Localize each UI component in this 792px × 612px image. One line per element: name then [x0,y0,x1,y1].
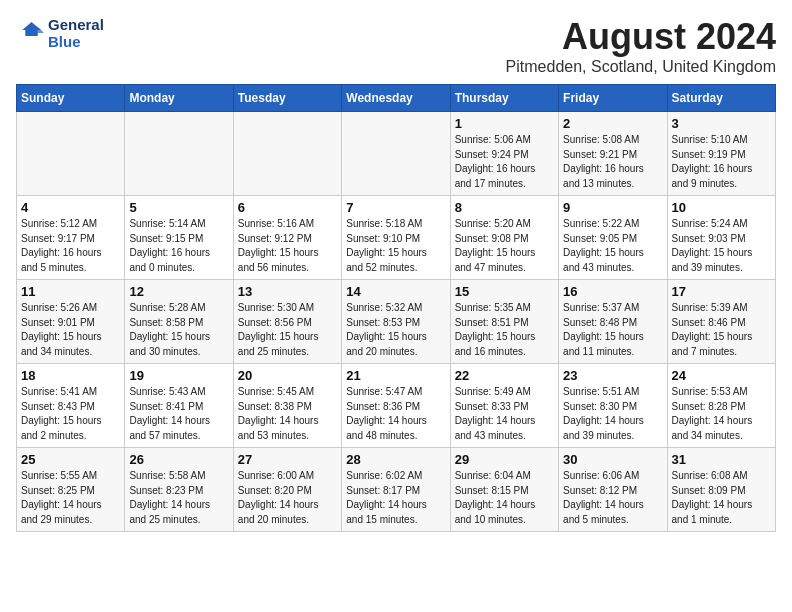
week-row-3: 11Sunrise: 5:26 AMSunset: 9:01 PMDayligh… [17,280,776,364]
day-info: Sunrise: 5:43 AMSunset: 8:41 PMDaylight:… [129,385,228,443]
day-number: 10 [672,200,771,215]
calendar-cell: 26Sunrise: 5:58 AMSunset: 8:23 PMDayligh… [125,448,233,532]
day-info: Sunrise: 5:58 AMSunset: 8:23 PMDaylight:… [129,469,228,527]
calendar-cell [233,112,341,196]
calendar-cell: 22Sunrise: 5:49 AMSunset: 8:33 PMDayligh… [450,364,558,448]
week-row-2: 4Sunrise: 5:12 AMSunset: 9:17 PMDaylight… [17,196,776,280]
weekday-header-friday: Friday [559,85,667,112]
calendar-cell: 3Sunrise: 5:10 AMSunset: 9:19 PMDaylight… [667,112,775,196]
calendar-cell: 11Sunrise: 5:26 AMSunset: 9:01 PMDayligh… [17,280,125,364]
calendar-cell: 27Sunrise: 6:00 AMSunset: 8:20 PMDayligh… [233,448,341,532]
calendar-cell: 17Sunrise: 5:39 AMSunset: 8:46 PMDayligh… [667,280,775,364]
day-number: 29 [455,452,554,467]
day-info: Sunrise: 5:22 AMSunset: 9:05 PMDaylight:… [563,217,662,275]
day-info: Sunrise: 6:00 AMSunset: 8:20 PMDaylight:… [238,469,337,527]
calendar-cell: 29Sunrise: 6:04 AMSunset: 8:15 PMDayligh… [450,448,558,532]
week-row-5: 25Sunrise: 5:55 AMSunset: 8:25 PMDayligh… [17,448,776,532]
day-number: 23 [563,368,662,383]
day-number: 4 [21,200,120,215]
day-number: 3 [672,116,771,131]
day-info: Sunrise: 6:02 AMSunset: 8:17 PMDaylight:… [346,469,445,527]
calendar-cell: 30Sunrise: 6:06 AMSunset: 8:12 PMDayligh… [559,448,667,532]
calendar-cell: 23Sunrise: 5:51 AMSunset: 8:30 PMDayligh… [559,364,667,448]
calendar-cell: 20Sunrise: 5:45 AMSunset: 8:38 PMDayligh… [233,364,341,448]
day-info: Sunrise: 5:24 AMSunset: 9:03 PMDaylight:… [672,217,771,275]
day-number: 19 [129,368,228,383]
day-info: Sunrise: 5:35 AMSunset: 8:51 PMDaylight:… [455,301,554,359]
logo: General Blue [16,16,104,50]
day-number: 27 [238,452,337,467]
day-info: Sunrise: 5:53 AMSunset: 8:28 PMDaylight:… [672,385,771,443]
day-number: 11 [21,284,120,299]
day-info: Sunrise: 5:32 AMSunset: 8:53 PMDaylight:… [346,301,445,359]
day-number: 2 [563,116,662,131]
calendar-cell: 21Sunrise: 5:47 AMSunset: 8:36 PMDayligh… [342,364,450,448]
calendar-cell: 8Sunrise: 5:20 AMSunset: 9:08 PMDaylight… [450,196,558,280]
weekday-header-tuesday: Tuesday [233,85,341,112]
day-info: Sunrise: 5:51 AMSunset: 8:30 PMDaylight:… [563,385,662,443]
weekday-header-monday: Monday [125,85,233,112]
day-info: Sunrise: 5:12 AMSunset: 9:17 PMDaylight:… [21,217,120,275]
calendar-cell: 4Sunrise: 5:12 AMSunset: 9:17 PMDaylight… [17,196,125,280]
main-title: August 2024 [506,16,776,58]
day-info: Sunrise: 5:20 AMSunset: 9:08 PMDaylight:… [455,217,554,275]
day-number: 17 [672,284,771,299]
calendar-cell: 6Sunrise: 5:16 AMSunset: 9:12 PMDaylight… [233,196,341,280]
svg-marker-1 [38,27,44,33]
day-info: Sunrise: 5:26 AMSunset: 9:01 PMDaylight:… [21,301,120,359]
calendar-cell: 5Sunrise: 5:14 AMSunset: 9:15 PMDaylight… [125,196,233,280]
calendar-cell: 31Sunrise: 6:08 AMSunset: 8:09 PMDayligh… [667,448,775,532]
calendar-cell: 28Sunrise: 6:02 AMSunset: 8:17 PMDayligh… [342,448,450,532]
calendar-cell: 19Sunrise: 5:43 AMSunset: 8:41 PMDayligh… [125,364,233,448]
day-number: 18 [21,368,120,383]
calendar-cell: 15Sunrise: 5:35 AMSunset: 8:51 PMDayligh… [450,280,558,364]
day-number: 25 [21,452,120,467]
calendar-cell: 9Sunrise: 5:22 AMSunset: 9:05 PMDaylight… [559,196,667,280]
weekday-header-saturday: Saturday [667,85,775,112]
day-number: 16 [563,284,662,299]
weekday-header-thursday: Thursday [450,85,558,112]
day-info: Sunrise: 5:39 AMSunset: 8:46 PMDaylight:… [672,301,771,359]
title-block: August 2024 Pitmedden, Scotland, United … [506,16,776,76]
day-number: 22 [455,368,554,383]
day-info: Sunrise: 5:49 AMSunset: 8:33 PMDaylight:… [455,385,554,443]
weekday-header-wednesday: Wednesday [342,85,450,112]
day-info: Sunrise: 5:18 AMSunset: 9:10 PMDaylight:… [346,217,445,275]
day-number: 21 [346,368,445,383]
day-info: Sunrise: 5:28 AMSunset: 8:58 PMDaylight:… [129,301,228,359]
day-number: 26 [129,452,228,467]
calendar-cell: 7Sunrise: 5:18 AMSunset: 9:10 PMDaylight… [342,196,450,280]
day-info: Sunrise: 5:14 AMSunset: 9:15 PMDaylight:… [129,217,228,275]
day-number: 24 [672,368,771,383]
day-info: Sunrise: 5:08 AMSunset: 9:21 PMDaylight:… [563,133,662,191]
calendar-cell: 2Sunrise: 5:08 AMSunset: 9:21 PMDaylight… [559,112,667,196]
day-info: Sunrise: 6:04 AMSunset: 8:15 PMDaylight:… [455,469,554,527]
day-number: 6 [238,200,337,215]
day-info: Sunrise: 5:30 AMSunset: 8:56 PMDaylight:… [238,301,337,359]
day-info: Sunrise: 5:37 AMSunset: 8:48 PMDaylight:… [563,301,662,359]
logo-icon [16,19,44,47]
week-row-1: 1Sunrise: 5:06 AMSunset: 9:24 PMDaylight… [17,112,776,196]
day-info: Sunrise: 5:45 AMSunset: 8:38 PMDaylight:… [238,385,337,443]
day-number: 13 [238,284,337,299]
day-info: Sunrise: 5:06 AMSunset: 9:24 PMDaylight:… [455,133,554,191]
calendar-cell [125,112,233,196]
day-info: Sunrise: 5:55 AMSunset: 8:25 PMDaylight:… [21,469,120,527]
calendar-header-row: SundayMondayTuesdayWednesdayThursdayFrid… [17,85,776,112]
day-number: 15 [455,284,554,299]
subtitle: Pitmedden, Scotland, United Kingdom [506,58,776,76]
day-number: 9 [563,200,662,215]
day-number: 31 [672,452,771,467]
calendar-cell: 16Sunrise: 5:37 AMSunset: 8:48 PMDayligh… [559,280,667,364]
calendar-cell: 25Sunrise: 5:55 AMSunset: 8:25 PMDayligh… [17,448,125,532]
calendar-table: SundayMondayTuesdayWednesdayThursdayFrid… [16,84,776,532]
week-row-4: 18Sunrise: 5:41 AMSunset: 8:43 PMDayligh… [17,364,776,448]
calendar-cell [342,112,450,196]
day-number: 14 [346,284,445,299]
day-info: Sunrise: 6:06 AMSunset: 8:12 PMDaylight:… [563,469,662,527]
day-info: Sunrise: 5:16 AMSunset: 9:12 PMDaylight:… [238,217,337,275]
page-header: General Blue August 2024 Pitmedden, Scot… [16,16,776,76]
day-number: 28 [346,452,445,467]
logo-text: General Blue [48,16,104,50]
day-number: 20 [238,368,337,383]
